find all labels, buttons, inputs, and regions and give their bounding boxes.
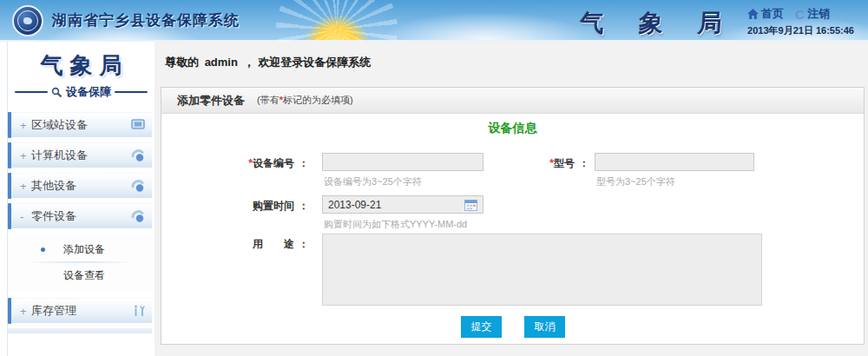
- main-content: 尊敬的 admin ， 欢迎登录设备保障系统 添加零件设备 (带有*标记的为必填…: [155, 42, 868, 356]
- expand-plus-icon: +: [20, 305, 31, 318]
- username: admin: [205, 56, 238, 69]
- sidebar-brand-title: 气象局: [8, 50, 155, 81]
- submenu-item-add-equipment[interactable]: 添加设备: [8, 239, 152, 260]
- device-no-input[interactable]: [322, 153, 483, 171]
- expand-plus-icon: +: [20, 119, 31, 132]
- sidebar-item-other-equipment[interactable]: + 其他设备: [8, 173, 152, 198]
- sidebar-brand-subtitle: 设备保障: [66, 84, 111, 100]
- panel-body: 设备信息 *设备编号： 设备编号为3~25个字符 *型号： 型号为3~25个字符…: [161, 114, 864, 343]
- top-header: 湖南省宁乡县设备保障系统 气 象 局 首页 C 注销 2013年9月21日 16…: [0, 0, 868, 42]
- expand-plus-icon: +: [20, 149, 31, 162]
- purchase-date-input[interactable]: [322, 195, 483, 214]
- logo-area: 湖南省宁乡县设备保障系统: [12, 4, 240, 37]
- decorative-line-left: [15, 91, 48, 93]
- monitor-icon: [131, 119, 145, 131]
- sidebar: 气象局 设备保障 + 区域站设备 + 计算机设备: [0, 42, 155, 356]
- collapse-minus-icon: -: [20, 210, 31, 223]
- purchase-date-label: 购置时间：: [196, 197, 309, 214]
- datetime-display: 2013年9月21日 16:55:46: [747, 24, 854, 37]
- home-label: 首页: [761, 6, 784, 22]
- logout-icon: C: [795, 7, 805, 22]
- tools-icon: [133, 305, 145, 317]
- device-no-hint: 设备编号为3~25个字符: [324, 175, 422, 188]
- model-input[interactable]: [595, 153, 754, 171]
- add-parts-equipment-panel: 添加零件设备 (带有*标记的为必填项) 设备信息 *设备编号： 设备编号为3~2…: [161, 87, 865, 345]
- panel-title: 添加零件设备: [177, 93, 245, 109]
- panel-header: 添加零件设备 (带有*标记的为必填项): [161, 88, 864, 114]
- sidebar-item-inventory-management[interactable]: + 库存管理: [8, 298, 152, 323]
- usage-textarea[interactable]: [322, 234, 762, 306]
- system-title: 湖南省宁乡县设备保障系统: [52, 4, 240, 37]
- purchase-date-hint: 购置时间为如下格式YYYY-MM-dd: [324, 218, 467, 231]
- calendar-icon[interactable]: [464, 199, 477, 214]
- cancel-button[interactable]: 取消: [524, 316, 565, 338]
- magnifier-icon: [51, 87, 62, 98]
- sidebar-item-parts-equipment[interactable]: - 零件设备: [8, 203, 152, 228]
- submit-button[interactable]: 提交: [461, 316, 502, 338]
- required-fields-note: (带有*标记的为必填项): [257, 94, 353, 107]
- parts-equipment-submenu: 添加设备 设备查看: [8, 234, 152, 293]
- usage-label: 用 途：: [196, 235, 309, 253]
- device-no-label: *设备编号：: [196, 155, 309, 172]
- home-link[interactable]: 首页: [747, 6, 784, 22]
- model-label: *型号：: [491, 155, 589, 172]
- expand-plus-icon: +: [20, 180, 31, 193]
- submenu-item-view-equipment[interactable]: 设备查看: [8, 265, 152, 286]
- sidebar-menu: + 区域站设备 + 计算机设备 + 其他设备: [8, 112, 155, 333]
- submenu-divider: [23, 261, 136, 263]
- home-icon: [747, 9, 759, 19]
- bureau-seal-logo: [12, 5, 43, 36]
- sidebar-bottom-edge: [8, 328, 152, 333]
- model-hint: 型号为3~25个字符: [596, 175, 675, 188]
- welcome-message: 尊敬的 admin ， 欢迎登录设备保障系统: [155, 42, 868, 70]
- sidebar-item-regional-station-equipment[interactable]: + 区域站设备: [8, 112, 152, 137]
- bureau-title: 气 象 局: [579, 7, 738, 40]
- device-swoosh-icon: [131, 149, 145, 162]
- section-title-device-info: 设备信息: [161, 114, 864, 136]
- sidebar-item-computer-equipment[interactable]: + 计算机设备: [8, 142, 152, 168]
- device-swoosh-icon: [131, 180, 145, 193]
- decorative-line-right: [115, 91, 148, 93]
- logout-label: 注销: [807, 6, 830, 22]
- device-swoosh-icon: [131, 210, 145, 223]
- top-nav: 首页 C 注销 2013年9月21日 16:55:46: [747, 6, 854, 37]
- sidebar-brand-subtitle-row: 设备保障: [8, 84, 155, 100]
- logout-link[interactable]: C 注销: [788, 6, 830, 22]
